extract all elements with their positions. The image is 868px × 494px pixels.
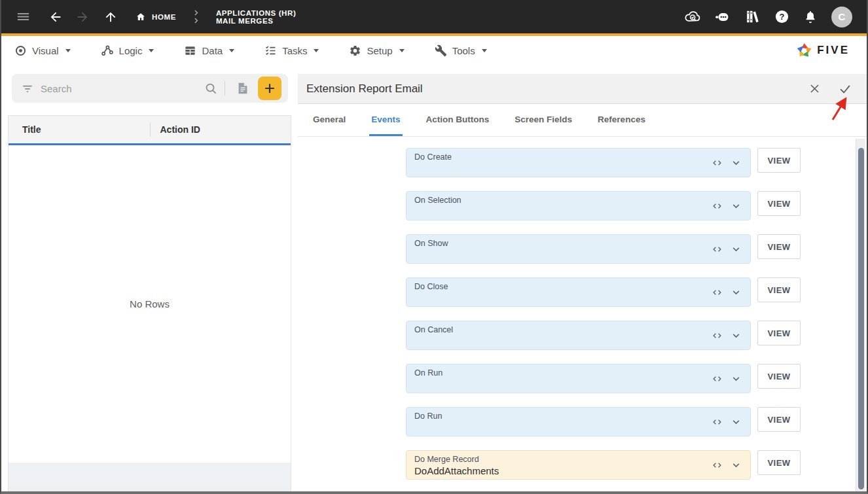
close-icon[interactable] <box>808 82 821 95</box>
chevron-down-icon[interactable] <box>731 330 742 341</box>
chevron-down-icon[interactable] <box>731 157 742 168</box>
tools-icon <box>435 44 447 57</box>
view-button[interactable]: VIEW <box>757 191 801 216</box>
event-label: Do Create <box>414 152 704 162</box>
code-icon[interactable] <box>712 459 723 470</box>
divider <box>225 81 225 96</box>
menu-visual[interactable]: Visual <box>14 44 71 57</box>
code-icon[interactable] <box>712 416 723 427</box>
event-field[interactable]: On Run <box>406 364 751 393</box>
event-row: On Cancel VIEW <box>298 321 852 350</box>
hamburger-menu-icon[interactable] <box>16 9 31 24</box>
copy-record-button[interactable] <box>232 77 254 99</box>
menu-tools[interactable]: Tools <box>435 44 487 57</box>
event-field[interactable]: Do Merge Record DoAddAttachments <box>406 450 751 480</box>
help-icon[interactable]: ? <box>774 9 789 24</box>
records-grid: Title Action ID No Rows <box>8 115 291 491</box>
code-icon[interactable] <box>712 373 723 384</box>
events-list: Do Create VIEW On Selection <box>298 137 852 491</box>
eye-icon <box>14 44 27 57</box>
tab-screen-fields[interactable]: Screen Fields <box>513 104 574 136</box>
chevron-down-icon[interactable] <box>731 200 742 211</box>
assistant-bot-icon[interactable] <box>714 9 731 25</box>
event-row: Do Create VIEW <box>298 148 852 177</box>
column-header-action-id[interactable]: Action ID <box>150 122 291 137</box>
notifications-bell-icon[interactable] <box>803 10 818 24</box>
documentation-books-icon[interactable] <box>744 9 761 25</box>
filter-icon[interactable] <box>21 82 34 95</box>
menu-tools-label: Tools <box>452 45 475 56</box>
event-row: Do Close VIEW <box>298 277 852 307</box>
empty-state-message: No Rows <box>130 298 170 309</box>
event-row: On Run VIEW <box>298 364 852 393</box>
view-button[interactable]: VIEW <box>757 407 801 432</box>
menu-setup[interactable]: Setup <box>349 44 404 57</box>
menu-tasks[interactable]: Tasks <box>264 44 319 57</box>
five-pinwheel-icon <box>796 43 812 59</box>
event-field[interactable]: Do Create <box>406 148 751 177</box>
breadcrumb-item[interactable]: APPLICATIONS (HR) <box>176 9 296 17</box>
page-title: Extension Report Email <box>306 82 423 96</box>
view-button[interactable]: VIEW <box>757 364 801 389</box>
breadcrumb-home[interactable]: HOME <box>136 12 176 22</box>
event-field[interactable]: Do Close <box>406 277 751 307</box>
view-button[interactable]: VIEW <box>757 450 801 475</box>
grid-body: No Rows <box>9 145 291 463</box>
chevron-down-icon[interactable] <box>731 373 742 384</box>
menu-data[interactable]: Data <box>184 44 234 57</box>
search-icon[interactable] <box>204 82 218 96</box>
forward-arrow-icon[interactable] <box>75 10 90 24</box>
vertical-scrollbar[interactable] <box>856 139 865 491</box>
view-button[interactable]: VIEW <box>757 321 801 345</box>
code-icon[interactable] <box>712 243 723 255</box>
brand-wordmark: FIVE <box>817 44 850 57</box>
menu-logic-label: Logic <box>119 45 143 56</box>
chevron-down-icon[interactable] <box>731 287 742 298</box>
dropdown-caret-icon <box>65 49 71 52</box>
logic-flow-icon <box>101 44 114 57</box>
chevron-down-icon[interactable] <box>731 459 742 470</box>
event-row: Do Merge Record DoAddAttachments VIEW <box>298 450 852 480</box>
event-field[interactable]: On Cancel <box>406 321 751 350</box>
menu-data-label: Data <box>202 45 223 56</box>
chevron-down-icon[interactable] <box>731 243 742 255</box>
code-icon[interactable] <box>712 330 723 341</box>
column-header-title[interactable]: Title <box>9 124 150 135</box>
user-avatar[interactable]: C <box>831 7 852 27</box>
code-icon[interactable] <box>712 200 723 211</box>
event-label: On Run <box>414 368 704 378</box>
add-record-button[interactable] <box>258 77 281 100</box>
view-button[interactable]: VIEW <box>757 277 801 302</box>
breadcrumb-item[interactable]: MAIL MERGES <box>176 17 296 25</box>
event-field[interactable]: On Selection <box>406 191 751 221</box>
up-arrow-icon[interactable] <box>103 10 118 24</box>
search-input[interactable] <box>34 83 204 94</box>
view-button[interactable]: VIEW <box>757 234 801 259</box>
chevron-down-icon[interactable] <box>731 416 742 427</box>
event-label: Do Run <box>414 412 704 421</box>
code-icon[interactable] <box>712 157 723 168</box>
code-icon[interactable] <box>712 287 723 298</box>
chevron-right-icon <box>192 17 200 24</box>
event-field[interactable]: Do Run <box>406 407 751 436</box>
tab-action-buttons[interactable]: Action Buttons <box>424 104 492 136</box>
tab-general[interactable]: General <box>311 104 348 136</box>
five-logo: FIVE <box>796 43 854 59</box>
menu-tasks-label: Tasks <box>282 45 307 56</box>
save-check-icon[interactable] <box>838 82 852 96</box>
grid-footer <box>9 463 291 491</box>
menu-logic[interactable]: Logic <box>101 44 154 57</box>
view-button[interactable]: VIEW <box>757 148 801 173</box>
tab-events[interactable]: Events <box>369 104 402 136</box>
back-arrow-icon[interactable] <box>48 10 63 24</box>
breadcrumb: HOME APPLICATIONS (HR) MAIL M <box>136 9 296 25</box>
panel-header: Extension Report Email <box>298 74 867 104</box>
event-label: Do Merge Record <box>414 455 704 464</box>
tab-references[interactable]: References <box>596 104 647 136</box>
event-field[interactable]: On Show <box>406 234 751 264</box>
dropdown-caret-icon <box>482 49 487 52</box>
preview-cloud-icon[interactable] <box>684 9 700 25</box>
scrollbar-thumb[interactable] <box>858 148 864 489</box>
menu-visual-label: Visual <box>32 45 59 56</box>
svg-text:?: ? <box>780 12 785 22</box>
